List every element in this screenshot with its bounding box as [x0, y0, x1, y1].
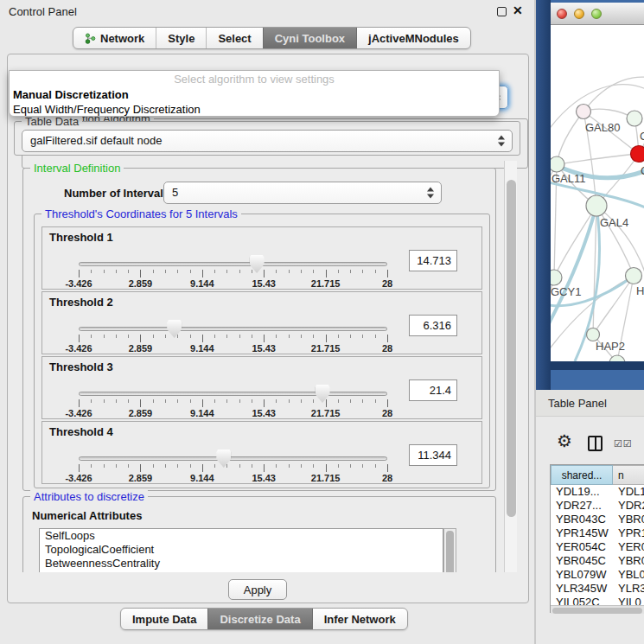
- bottom-tab-impute-data[interactable]: Impute Data: [121, 609, 207, 629]
- tick-mark: [326, 464, 327, 472]
- tab-jactivemnodules[interactable]: jActiveMNodules: [356, 28, 470, 48]
- column-layout-icon[interactable]: [588, 436, 603, 451]
- table-row[interactable]: YPR145WYPR1: [551, 526, 644, 540]
- scrollbar-thumb[interactable]: [507, 180, 516, 517]
- select-columns-checkboxes-icon[interactable]: ☑☑: [614, 438, 633, 450]
- network-view-window[interactable]: GAL80GCGAL11GAL4GCY1HHAP2: [551, 3, 644, 361]
- scrollbar-thumb[interactable]: [552, 608, 642, 614]
- tick-label: 21.715: [311, 473, 341, 483]
- numerical-attributes-list[interactable]: SelfLoopsTopologicalCoefficientBetweenne…: [39, 528, 443, 572]
- network-node-label: GAL11: [552, 172, 586, 185]
- column-header-shared[interactable]: shared...: [551, 465, 613, 485]
- attribute-list-item[interactable]: TopologicalCoefficient: [40, 543, 443, 557]
- threshold-value-field[interactable]: 21.4: [409, 379, 457, 401]
- table-horizontal-scrollbar[interactable]: [551, 605, 644, 614]
- slider-track[interactable]: [79, 327, 387, 331]
- tick-mark: [214, 464, 215, 468]
- tick-label: 15.43: [252, 408, 276, 418]
- threshold-label: Threshold 2: [49, 296, 113, 309]
- dropdown-option-equal-width-frequency[interactable]: Equal Width/Frequency Discretization: [10, 102, 499, 117]
- tab-network[interactable]: Network: [73, 28, 156, 48]
- network-node-label: H: [636, 284, 644, 297]
- table-row[interactable]: YBL079WYBL0: [551, 568, 644, 582]
- network-node-g[interactable]: [627, 111, 642, 126]
- threshold-value-field[interactable]: 6.316: [409, 315, 457, 336]
- minimize-traffic-light-icon[interactable]: [574, 9, 584, 19]
- control-panel-titlebar: Control Panel ✕: [0, 0, 536, 22]
- slider-tick-labels: -3.4262.8599.14415.4321.71528: [79, 408, 387, 418]
- network-node-gal80[interactable]: [577, 105, 591, 119]
- table-row[interactable]: YBR043CYBR0: [551, 513, 644, 526]
- threshold-slider[interactable]: -3.4262.8599.14415.4321.71528: [79, 252, 387, 290]
- tick-mark: [165, 464, 166, 468]
- cell-name: YDL1: [618, 485, 644, 498]
- table-row[interactable]: YIL052CYIL0: [551, 596, 644, 605]
- settings-scrollbar[interactable]: [504, 161, 517, 572]
- network-node-gal4[interactable]: [586, 195, 607, 216]
- gear-icon[interactable]: ⚙: [557, 430, 572, 451]
- apply-button[interactable]: Apply: [228, 579, 287, 600]
- network-node-gal11[interactable]: [551, 156, 564, 172]
- tick-mark: [140, 335, 141, 342]
- tick-mark: [177, 335, 178, 338]
- bottom-tab-infer-network[interactable]: Infer Network: [312, 609, 407, 629]
- tick-mark: [140, 464, 141, 472]
- float-window-icon[interactable]: [497, 7, 507, 16]
- tick-mark: [140, 399, 141, 407]
- slider-track[interactable]: [79, 392, 387, 396]
- threshold-slider[interactable]: -3.4262.8599.14415.4321.71528: [79, 381, 387, 419]
- table-data-selected-value: galFiltered.sif default node: [30, 134, 162, 147]
- tick-label: -3.426: [65, 473, 92, 483]
- number-of-intervals-value: 5: [172, 186, 178, 199]
- tick-label: -3.426: [65, 278, 92, 289]
- tab-style[interactable]: Style: [156, 28, 206, 48]
- zoom-traffic-light-icon[interactable]: [591, 9, 602, 19]
- tab-cyni-toolbox[interactable]: Cyni Toolbox: [263, 28, 356, 48]
- thresholds-group-title: Threshold's Coordinates for 5 Intervals: [41, 207, 241, 220]
- close-traffic-light-icon[interactable]: [557, 9, 567, 19]
- network-node-label: GCY1: [551, 285, 581, 298]
- table-data-select[interactable]: galFiltered.sif default node: [22, 130, 513, 152]
- table-row[interactable]: YBR045CYBR0: [551, 554, 644, 568]
- threshold-slider[interactable]: -3.4262.8599.14415.4321.71528: [79, 446, 387, 484]
- network-node-h[interactable]: [626, 268, 642, 284]
- tick-mark: [276, 464, 277, 468]
- threshold-panel-4: Threshold 4-3.4262.8599.14415.4321.71528…: [41, 421, 482, 484]
- network-node-gcy1[interactable]: [551, 270, 562, 285]
- tick-mark: [362, 464, 363, 468]
- tab-select[interactable]: Select: [206, 28, 262, 48]
- column-header-name[interactable]: n: [613, 465, 644, 485]
- dropdown-option-manual-discretization[interactable]: Manual Discretization: [10, 87, 499, 102]
- attributes-list-scrollbar[interactable]: [443, 528, 456, 572]
- tick-mark: [387, 399, 388, 407]
- network-window-titlebar[interactable]: [551, 3, 644, 25]
- tick-mark: [338, 270, 339, 273]
- tick-mark: [289, 270, 290, 273]
- threshold-slider[interactable]: -3.4262.8599.14415.4321.71528: [79, 316, 387, 354]
- scrollbar-thumb[interactable]: [446, 531, 454, 572]
- network-node-c[interactable]: [631, 146, 644, 163]
- network-edge: [557, 154, 639, 164]
- tab-label: Cyni Toolbox: [275, 32, 345, 45]
- number-of-intervals-select[interactable]: 5: [163, 182, 442, 204]
- top-tab-bar: NetworkStyleSelectCyni ToolboxjActiveMNo…: [73, 27, 471, 49]
- tab-label: Infer Network: [324, 613, 396, 626]
- bottom-tab-discretize-data[interactable]: Discretize Data: [207, 609, 311, 629]
- slider-ticks: [79, 335, 387, 343]
- slider-track[interactable]: [79, 262, 387, 266]
- table-row[interactable]: YDR27...YDR2: [551, 499, 644, 513]
- table-row[interactable]: YDL19...YDL1: [551, 485, 644, 499]
- tick-mark: [190, 464, 191, 468]
- table-row[interactable]: YER054CYER0: [551, 540, 644, 554]
- table-row[interactable]: YLR345WYLR3: [551, 582, 644, 596]
- attribute-list-item[interactable]: BetweennessCentrality: [40, 557, 443, 571]
- close-icon[interactable]: ✕: [513, 3, 523, 17]
- cell-name: YER0: [618, 540, 644, 553]
- attribute-list-item[interactable]: SelfLoops: [40, 529, 443, 543]
- network-canvas[interactable]: GAL80GCGAL11GAL4GCY1HHAP2: [551, 26, 644, 361]
- tick-mark: [153, 335, 154, 338]
- threshold-value-field[interactable]: 11.344: [409, 444, 457, 466]
- threshold-value-field[interactable]: 14.713: [409, 250, 457, 271]
- slider-track[interactable]: [79, 456, 387, 461]
- table-data-group: Table Data galFiltered.sif default node: [14, 121, 520, 156]
